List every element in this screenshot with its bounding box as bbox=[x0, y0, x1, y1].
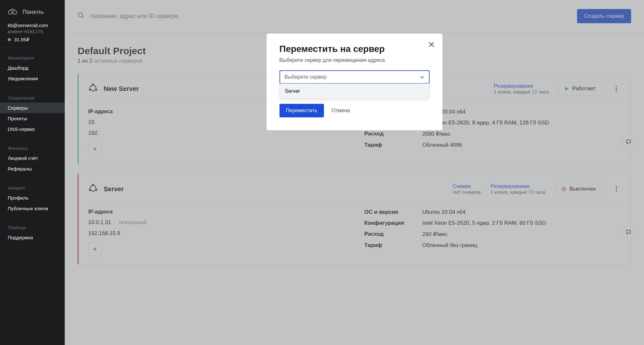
modal-title: Переместить на сервер bbox=[279, 44, 430, 54]
sidebar-item-notifications[interactable]: Уведомления bbox=[0, 73, 65, 84]
nav-heading-help: Помощь bbox=[0, 222, 65, 232]
modal-overlay[interactable]: Переместить на сервер Выберите сервер дл… bbox=[65, 0, 644, 345]
svg-point-1 bbox=[13, 10, 17, 14]
sidebar-item-dns[interactable]: DNS-сервис bbox=[0, 124, 65, 134]
svg-point-0 bbox=[8, 10, 12, 14]
nav-heading-monitoring: Мониторинг bbox=[0, 52, 65, 63]
sidebar-item-referrals[interactable]: Рефералы bbox=[0, 163, 65, 174]
logo-icon bbox=[8, 8, 17, 16]
modal-subtitle: Выберите сервер для перемещения адреса bbox=[279, 57, 430, 63]
panel-title: Панель bbox=[23, 9, 44, 15]
balance-dot-icon bbox=[8, 38, 11, 41]
sidebar-item-keys[interactable]: Публичные ключи bbox=[0, 203, 65, 214]
close-icon bbox=[428, 41, 435, 48]
move-server-modal: Переместить на сервер Выберите сервер дл… bbox=[267, 34, 442, 130]
balance-value: 31.95₽ bbox=[14, 37, 30, 43]
sidebar-item-profile[interactable]: Профиль bbox=[0, 192, 65, 203]
balance: 31.95₽ bbox=[8, 37, 57, 43]
modal-close-button[interactable] bbox=[428, 41, 435, 48]
sidebar-item-servers[interactable]: Серверы bbox=[0, 103, 65, 113]
nav-heading-management: Управление bbox=[0, 92, 65, 103]
user-email: kb@serveroid.com bbox=[8, 23, 57, 28]
sidebar-item-projects[interactable]: Проекты bbox=[0, 113, 65, 124]
user-id: клиент #181175 bbox=[8, 29, 57, 34]
select-placeholder: Выберите сервер bbox=[285, 74, 327, 80]
sidebar: Панель kb@serveroid.com клиент #181175 3… bbox=[0, 0, 65, 345]
server-select-option[interactable]: Server bbox=[280, 84, 429, 99]
sidebar-item-dashboard[interactable]: Дашборд bbox=[0, 63, 65, 73]
main: Создать сервер Default Project 1 из 2 ак… bbox=[65, 0, 644, 345]
sidebar-item-billing[interactable]: Лицевой счёт bbox=[0, 153, 65, 163]
sidebar-item-support[interactable]: Поддержка bbox=[0, 232, 65, 243]
nav-heading-account: Аккаунт bbox=[0, 182, 65, 192]
user-block: kb@serveroid.com клиент #181175 31.95₽ bbox=[0, 23, 65, 48]
server-select-dropdown: Server bbox=[279, 84, 430, 99]
nav-heading-finances: Финансы bbox=[0, 142, 65, 153]
chevron-down-icon bbox=[420, 75, 424, 79]
server-select[interactable]: Выберите сервер bbox=[279, 70, 430, 84]
modal-cancel-button[interactable]: Отмена bbox=[332, 108, 350, 113]
modal-submit-button[interactable]: Переместить bbox=[279, 104, 324, 117]
